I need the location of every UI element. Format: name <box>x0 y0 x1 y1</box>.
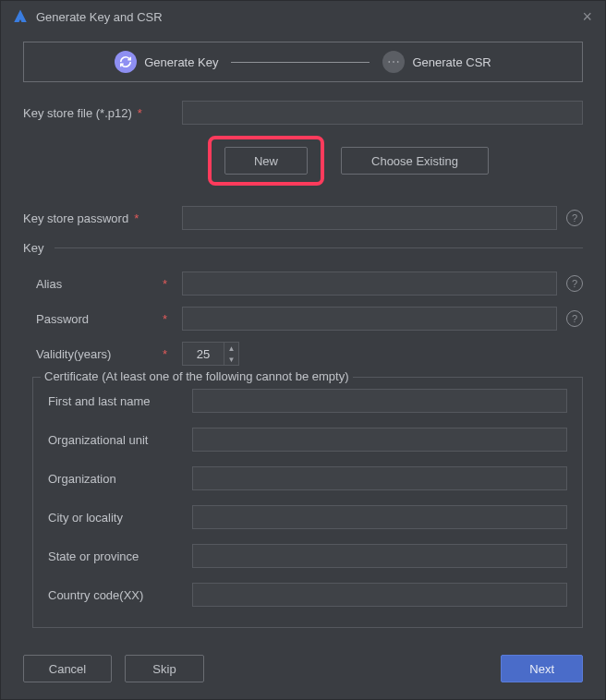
org-unit-input[interactable] <box>192 428 567 452</box>
cancel-button[interactable]: Cancel <box>23 655 112 682</box>
label-alias: Alias * <box>23 277 182 291</box>
spinner-up-icon[interactable]: ▲ <box>224 343 238 354</box>
key-section-label: Key <box>23 241 43 255</box>
content-area: Generate Key ⋯ Generate CSR Key store fi… <box>1 32 605 644</box>
state-input[interactable] <box>192 544 567 568</box>
new-button[interactable]: New <box>224 147 308 175</box>
label-first-last: First and last name <box>48 394 192 408</box>
dots-icon: ⋯ <box>382 51 405 73</box>
key-password-input[interactable] <box>182 307 557 331</box>
label-keystore-file: Key store file (*.p12) * <box>23 106 182 120</box>
spinner-down-icon[interactable]: ▼ <box>224 354 238 365</box>
row-alias: Alias * ? <box>23 272 583 296</box>
step2-label: Generate CSR <box>412 55 491 69</box>
label-keystore-password: Key store password * <box>23 211 182 225</box>
row-city: City or locality <box>48 505 567 529</box>
country-input[interactable] <box>192 583 567 607</box>
keystore-password-input[interactable] <box>182 206 557 230</box>
window-title: Generate Key and CSR <box>36 10 163 24</box>
close-icon[interactable]: × <box>582 8 592 25</box>
titlebar: Generate Key and CSR × <box>1 1 605 32</box>
skip-button[interactable]: Skip <box>125 655 204 682</box>
required-marker: * <box>163 277 167 291</box>
certificate-fieldset: Certificate (At least one of the followi… <box>32 377 583 628</box>
highlight-new-button: New <box>208 136 324 186</box>
choose-existing-button[interactable]: Choose Existing <box>341 147 489 175</box>
row-keystore-file: Key store file (*.p12) * <box>23 101 583 125</box>
dialog-window: Generate Key and CSR × Generate Key ⋯ G <box>0 0 606 700</box>
stepper: Generate Key ⋯ Generate CSR <box>23 42 583 82</box>
row-password: Password * ? <box>23 307 583 331</box>
label-password: Password * <box>23 312 182 326</box>
required-marker: * <box>163 312 167 326</box>
refresh-icon <box>115 51 137 73</box>
required-marker: * <box>138 106 142 120</box>
row-state: State or province <box>48 544 567 568</box>
help-icon[interactable]: ? <box>566 275 583 292</box>
row-validity: Validity(years) * 25 ▲ ▼ <box>23 342 583 366</box>
label-state: State or province <box>48 549 192 563</box>
row-first-last: First and last name <box>48 389 567 413</box>
first-last-input[interactable] <box>192 389 567 413</box>
validity-spinner[interactable]: 25 ▲ ▼ <box>182 342 239 366</box>
row-organization: Organization <box>48 466 567 490</box>
validity-value: 25 <box>183 347 224 361</box>
city-input[interactable] <box>192 505 567 529</box>
label-country: Country code(XX) <box>48 588 192 602</box>
help-icon[interactable]: ? <box>566 210 583 226</box>
row-country: Country code(XX) <box>48 583 567 607</box>
row-org-unit: Organizational unit <box>48 428 567 452</box>
stepper-connector <box>231 62 370 63</box>
label-city: City or locality <box>48 511 192 525</box>
key-section-header: Key <box>23 241 583 255</box>
label-validity: Validity(years) * <box>23 347 182 361</box>
step1-label: Generate Key <box>144 55 218 69</box>
keystore-file-input[interactable] <box>182 101 583 125</box>
step-generate-key: Generate Key <box>115 51 218 73</box>
label-organization: Organization <box>48 472 192 486</box>
next-button[interactable]: Next <box>501 655 583 682</box>
label-org-unit: Organizational unit <box>48 433 192 447</box>
required-marker: * <box>163 347 167 361</box>
certificate-legend: Certificate (At least one of the followi… <box>41 369 353 383</box>
app-logo-icon <box>12 8 29 25</box>
row-keystore-password: Key store password * ? <box>23 206 583 230</box>
organization-input[interactable] <box>192 466 567 490</box>
alias-input[interactable] <box>182 272 557 296</box>
help-icon[interactable]: ? <box>566 310 583 327</box>
required-marker: * <box>134 211 139 225</box>
footer: Cancel Skip Next <box>1 644 605 699</box>
keystore-buttons: New Choose Existing <box>208 136 583 186</box>
step-generate-csr: ⋯ Generate CSR <box>382 51 491 73</box>
